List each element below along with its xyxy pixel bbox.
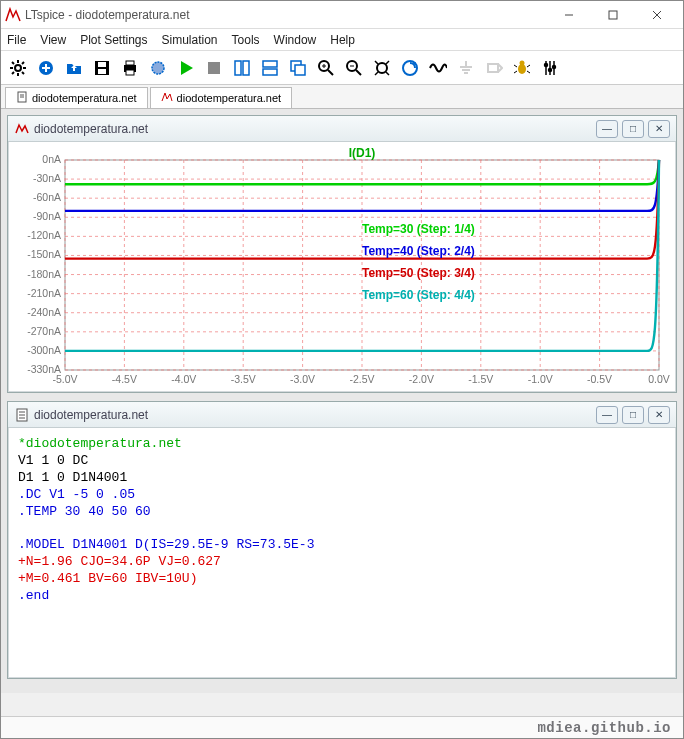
subwin-close-button[interactable]: ✕ <box>648 406 670 424</box>
svg-text:-2.0V: -2.0V <box>409 373 434 385</box>
settings-icon[interactable] <box>7 57 29 79</box>
svg-text:-90nA: -90nA <box>33 210 61 222</box>
label-icon[interactable] <box>483 57 505 79</box>
svg-rect-1 <box>609 11 617 19</box>
credit-watermark: mdiea.github.io <box>537 720 671 736</box>
component-icon[interactable] <box>147 57 169 79</box>
netlist-line <box>18 520 666 537</box>
menu-file[interactable]: File <box>7 33 26 47</box>
svg-rect-18 <box>98 69 106 74</box>
svg-text:-240nA: -240nA <box>27 306 61 318</box>
svg-rect-28 <box>263 69 277 75</box>
svg-point-58 <box>545 63 548 66</box>
plot-canvas[interactable]: 0nA-30nA-60nA-90nA-120nA-150nA-180nA-210… <box>14 146 670 388</box>
svg-line-54 <box>527 71 530 73</box>
svg-rect-48 <box>488 64 498 72</box>
svg-rect-24 <box>208 62 220 74</box>
svg-text:-120nA: -120nA <box>27 229 61 241</box>
svg-text:-60nA: -60nA <box>33 191 61 203</box>
wave-icon <box>14 121 30 137</box>
netlist-line: +M=0.461 BV=60 IBV=10U) <box>18 571 666 588</box>
svg-text:-30nA: -30nA <box>33 172 61 184</box>
svg-line-36 <box>356 70 361 75</box>
autorange-icon[interactable] <box>399 57 421 79</box>
svg-line-12 <box>12 72 14 74</box>
plot-window-titlebar[interactable]: diodotemperatura.net — □ ✕ <box>8 116 676 142</box>
svg-point-50 <box>520 60 525 65</box>
svg-point-59 <box>549 68 552 71</box>
spice-icon[interactable] <box>539 57 561 79</box>
print-icon[interactable] <box>119 57 141 79</box>
svg-text:0nA: 0nA <box>42 153 61 165</box>
svg-rect-30 <box>295 65 305 75</box>
svg-text:-300nA: -300nA <box>27 344 61 356</box>
new-icon[interactable] <box>35 57 57 79</box>
svg-line-39 <box>375 61 378 64</box>
menu-window[interactable]: Window <box>274 33 317 47</box>
svg-rect-20 <box>126 61 134 65</box>
stop-icon[interactable] <box>203 57 225 79</box>
svg-line-53 <box>514 71 517 73</box>
svg-text:-1.0V: -1.0V <box>528 373 553 385</box>
svg-text:-3.5V: -3.5V <box>231 373 256 385</box>
svg-text:-210nA: -210nA <box>27 287 61 299</box>
tile-v-icon[interactable] <box>231 57 253 79</box>
netlist-text[interactable]: *diodotemperatura.netV1 1 0 DCD1 1 0 D1N… <box>8 428 676 678</box>
zoom-in-icon[interactable] <box>315 57 337 79</box>
plot-window-title: diodotemperatura.net <box>34 122 148 136</box>
document-tab[interactable]: diodotemperatura.net <box>150 87 293 108</box>
document-tab[interactable]: diodotemperatura.net <box>5 87 148 108</box>
cascade-icon[interactable] <box>287 57 309 79</box>
subwin-minimize-button[interactable]: — <box>596 406 618 424</box>
svg-rect-15 <box>42 67 50 69</box>
document-tabs: diodotemperatura.netdiodotemperatura.net <box>1 85 683 109</box>
svg-text:-4.5V: -4.5V <box>112 373 137 385</box>
menu-simulation[interactable]: Simulation <box>162 33 218 47</box>
svg-line-42 <box>386 72 389 75</box>
menu-plot-settings[interactable]: Plot Settings <box>80 33 147 47</box>
svg-text:Temp=50  (Step: 3/4): Temp=50 (Step: 3/4) <box>362 266 475 280</box>
menu-help[interactable]: Help <box>330 33 355 47</box>
menu-view[interactable]: View <box>40 33 66 47</box>
window-title: LTspice - diodotemperatura.net <box>25 8 547 22</box>
bug-icon[interactable] <box>511 57 533 79</box>
svg-text:-0.5V: -0.5V <box>587 373 612 385</box>
subwin-close-button[interactable]: ✕ <box>648 120 670 138</box>
svg-text:0.0V: 0.0V <box>648 373 670 385</box>
svg-text:-1.5V: -1.5V <box>468 373 493 385</box>
save-icon[interactable] <box>91 57 113 79</box>
svg-rect-25 <box>235 61 241 75</box>
svg-text:-5.0V: -5.0V <box>52 373 77 385</box>
subwin-minimize-button[interactable]: — <box>596 120 618 138</box>
maximize-button[interactable] <box>591 1 635 29</box>
netlist-window: diodotemperatura.net — □ ✕ *diodotempera… <box>7 401 677 679</box>
netlist-icon <box>14 407 30 423</box>
svg-text:Temp=30  (Step: 1/4): Temp=30 (Step: 1/4) <box>362 222 475 236</box>
svg-line-51 <box>514 65 517 67</box>
run-icon[interactable] <box>175 57 197 79</box>
svg-point-38 <box>377 63 387 73</box>
window-titlebar: LTspice - diodotemperatura.net <box>1 1 683 29</box>
netlist-line: .TEMP 30 40 50 60 <box>18 504 666 521</box>
tile-h-icon[interactable] <box>259 57 281 79</box>
plot-area[interactable]: 0nA-30nA-60nA-90nA-120nA-150nA-180nA-210… <box>8 142 676 392</box>
netlist-window-titlebar[interactable]: diodotemperatura.net — □ ✕ <box>8 402 676 428</box>
close-button[interactable] <box>635 1 679 29</box>
zoom-out-icon[interactable] <box>343 57 365 79</box>
netlist-icon <box>16 91 28 105</box>
svg-line-11 <box>22 62 24 64</box>
open-icon[interactable] <box>63 57 85 79</box>
svg-text:I(D1): I(D1) <box>349 146 376 160</box>
zoom-fit-icon[interactable] <box>371 57 393 79</box>
subwin-maximize-button[interactable]: □ <box>622 406 644 424</box>
netlist-line: +N=1.96 CJO=34.6P VJ=0.627 <box>18 554 666 571</box>
menu-tools[interactable]: Tools <box>232 33 260 47</box>
ground-icon[interactable] <box>455 57 477 79</box>
svg-text:Temp=60  (Step: 4/4): Temp=60 (Step: 4/4) <box>362 288 475 302</box>
tab-label: diodotemperatura.net <box>32 92 137 104</box>
subwin-maximize-button[interactable]: □ <box>622 120 644 138</box>
wave-icon[interactable] <box>427 57 449 79</box>
toolbar <box>1 51 683 85</box>
svg-text:-180nA: -180nA <box>27 268 61 280</box>
minimize-button[interactable] <box>547 1 591 29</box>
